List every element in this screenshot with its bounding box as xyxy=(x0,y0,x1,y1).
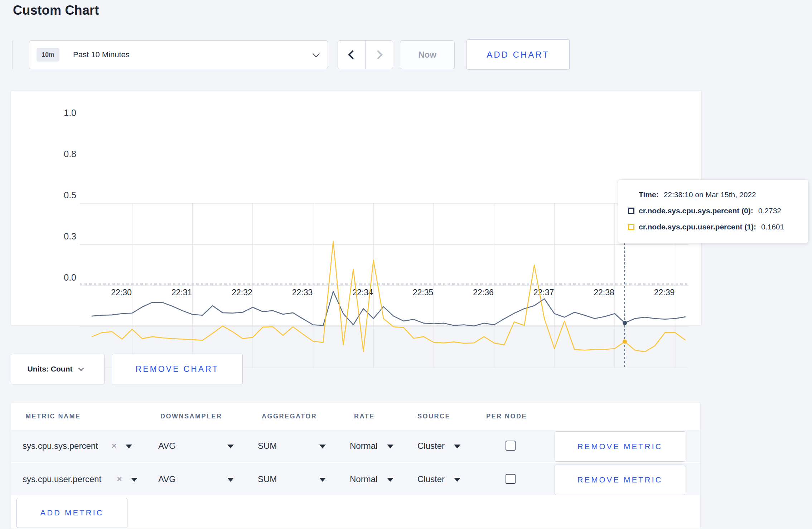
clear-metric-icon[interactable]: × xyxy=(111,440,117,451)
time-range-badge: 10m xyxy=(37,48,59,62)
rate-select[interactable]: Normal xyxy=(350,474,377,484)
add-chart-button[interactable]: ADD CHART xyxy=(467,39,570,70)
series-swatch-sys-icon xyxy=(628,208,634,214)
prev-range-button[interactable] xyxy=(338,41,366,69)
toolbar-left-rule xyxy=(12,40,13,69)
per-node-checkbox[interactable] xyxy=(506,441,516,451)
column-header-metric-name: METRIC NAME xyxy=(25,413,81,420)
source-caret-icon[interactable] xyxy=(454,445,460,448)
aggregator-select[interactable]: SUM xyxy=(258,441,277,451)
aggregator-caret-icon[interactable] xyxy=(319,445,326,448)
now-button[interactable]: Now xyxy=(400,40,455,69)
rate-select[interactable]: Normal xyxy=(350,441,377,451)
downsampler-caret-icon[interactable] xyxy=(227,478,234,482)
clear-metric-icon[interactable]: × xyxy=(117,474,122,485)
downsampler-select[interactable]: AVG xyxy=(158,441,176,451)
source-caret-icon[interactable] xyxy=(454,478,460,482)
source-select[interactable]: Cluster xyxy=(417,474,445,484)
units-select-label: Units: Count xyxy=(28,365,73,373)
metric-dropdown-caret-icon[interactable] xyxy=(126,445,132,448)
chart-tooltip: Time: 22:38:10 on Mar 15th, 2022 cr.node… xyxy=(618,179,808,243)
now-button-label: Now xyxy=(418,50,436,60)
tooltip-time-label: Time: xyxy=(639,190,659,199)
downsampler-caret-icon[interactable] xyxy=(227,445,234,448)
chevron-right-icon xyxy=(373,50,382,59)
page-title: Custom Chart xyxy=(13,3,99,18)
metrics-table: METRIC NAME DOWNSAMPLER AGGREGATOR RATE … xyxy=(11,403,701,529)
column-header-aggregator: AGGREGATOR xyxy=(262,413,317,420)
tooltip-time-value: 22:38:10 on Mar 15th, 2022 xyxy=(664,190,756,199)
metric-dropdown-caret-icon[interactable] xyxy=(131,478,137,482)
chevron-left-icon xyxy=(348,50,357,59)
chart-card: 0.00.30.50.81.0 22:3022:3122:3222:3322:3… xyxy=(11,90,702,326)
aggregator-select[interactable]: SUM xyxy=(258,474,277,484)
metric-name-select[interactable]: sys.cpu.user.percent xyxy=(23,474,101,484)
time-range-pager xyxy=(338,40,393,69)
aggregator-caret-icon[interactable] xyxy=(319,478,326,482)
source-select[interactable]: Cluster xyxy=(417,441,445,451)
series-swatch-user-icon xyxy=(628,224,634,230)
y-tick-label: 0.0 xyxy=(51,272,76,283)
tooltip-series-name: cr.node.sys.cpu.user.percent (1): xyxy=(639,223,756,231)
table-row: sys.cpu.sys.percent × AVG SUM Normal Clu… xyxy=(11,430,700,463)
rate-caret-icon[interactable] xyxy=(387,445,393,448)
remove-metric-button[interactable]: REMOVE METRIC xyxy=(555,465,685,495)
next-range-button[interactable] xyxy=(366,41,393,69)
tooltip-series-value: 0.2732 xyxy=(758,207,781,215)
tooltip-series-value: 0.1601 xyxy=(761,223,784,231)
per-node-checkbox[interactable] xyxy=(506,474,516,484)
y-tick-label: 1.0 xyxy=(51,108,76,118)
chevron-down-icon xyxy=(313,50,320,57)
downsampler-select[interactable]: AVG xyxy=(158,474,176,484)
y-tick-label: 0.3 xyxy=(51,231,76,242)
table-row: sys.cpu.user.percent × AVG SUM Normal Cl… xyxy=(11,463,700,496)
y-tick-label: 0.5 xyxy=(51,190,76,200)
column-header-source: SOURCE xyxy=(417,413,450,420)
y-tick-label: 0.8 xyxy=(51,149,76,159)
tooltip-series-name: cr.node.sys.cpu.sys.percent (0): xyxy=(639,207,753,215)
time-range-select[interactable]: 10m Past 10 Minutes xyxy=(29,40,328,69)
chevron-down-icon xyxy=(78,365,84,371)
column-header-downsampler: DOWNSAMPLER xyxy=(160,413,222,420)
column-header-per-node: PER NODE xyxy=(486,413,527,420)
units-select[interactable]: Units: Count xyxy=(11,354,105,384)
remove-chart-button[interactable]: REMOVE CHART xyxy=(112,354,243,384)
add-metric-button[interactable]: ADD METRIC xyxy=(16,498,127,528)
column-header-rate: RATE xyxy=(354,413,375,420)
rate-caret-icon[interactable] xyxy=(387,478,393,482)
time-range-label: Past 10 Minutes xyxy=(73,50,130,59)
remove-metric-button[interactable]: REMOVE METRIC xyxy=(555,431,685,462)
chart-canvas[interactable] xyxy=(80,203,688,368)
metric-name-select[interactable]: sys.cpu.sys.percent xyxy=(23,441,98,451)
